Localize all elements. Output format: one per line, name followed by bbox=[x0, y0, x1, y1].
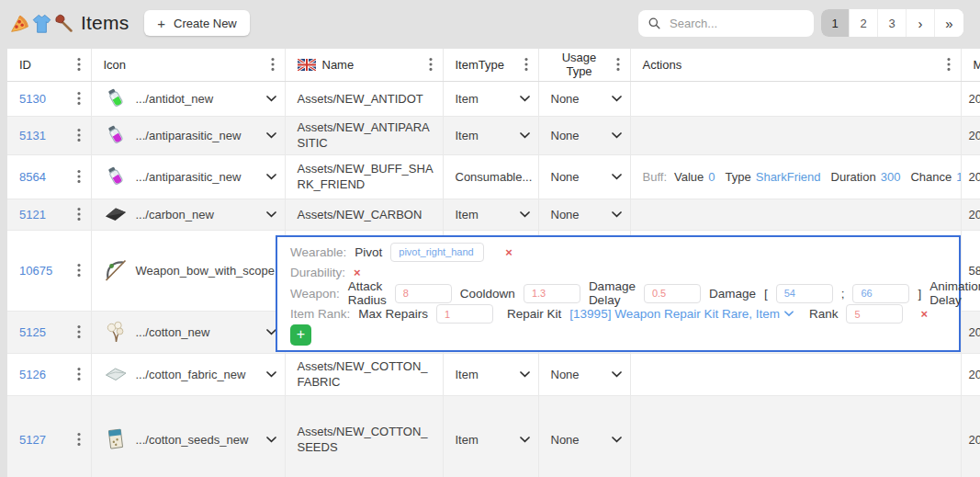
usage-type-select[interactable]: None bbox=[551, 129, 622, 142]
buff-field-value[interactable]: 100 bbox=[956, 170, 961, 184]
item-type-select[interactable]: Item bbox=[456, 368, 530, 381]
chevron-down-icon[interactable] bbox=[266, 371, 276, 378]
item-id-link[interactable]: 5125 bbox=[19, 325, 46, 339]
buff-field-value[interactable]: SharkFriend bbox=[756, 170, 821, 184]
item-id-link[interactable]: 8564 bbox=[19, 170, 46, 184]
row-menu-icon[interactable] bbox=[75, 167, 83, 186]
column-menu-icon[interactable] bbox=[427, 55, 434, 74]
name-cell[interactable]: Assets/NEW_COTTON_FABRIC bbox=[285, 353, 443, 395]
repair-kit-link[interactable]: [13995] Weapon Repair Kit Rare, Item bbox=[569, 307, 794, 321]
tshirt-icon bbox=[31, 13, 52, 34]
column-header-itemType[interactable]: ItemType bbox=[443, 49, 538, 81]
cooldown-input[interactable] bbox=[524, 284, 580, 303]
row-menu-icon[interactable] bbox=[75, 89, 83, 108]
create-new-button[interactable]: + Create New bbox=[144, 10, 249, 36]
usage-type-select[interactable]: None bbox=[551, 92, 622, 106]
remove-durability-icon[interactable]: × bbox=[354, 267, 361, 278]
pagination-page-1[interactable]: 1 bbox=[821, 9, 850, 37]
damage-delay-input[interactable] bbox=[644, 284, 701, 303]
item-id-link[interactable]: 5127 bbox=[19, 433, 46, 447]
item-type-select[interactable]: Item bbox=[456, 433, 530, 447]
column-header-name[interactable]: Name bbox=[285, 49, 443, 81]
row-menu-icon[interactable] bbox=[75, 430, 83, 449]
item-id-link[interactable]: 5121 bbox=[19, 208, 46, 221]
icon-cell[interactable]: .../cotton_fabric_new bbox=[91, 353, 285, 395]
panel-footer-row: + bbox=[290, 324, 946, 346]
item-type-select-cell: Item bbox=[443, 199, 538, 230]
row-menu-icon[interactable] bbox=[75, 261, 83, 279]
item-type-select-cell: Item bbox=[443, 81, 538, 116]
max-cell: 20 bbox=[961, 116, 980, 154]
rank-input[interactable] bbox=[846, 304, 903, 324]
icon-cell[interactable]: .../carbon_new bbox=[91, 199, 285, 230]
name-cell[interactable]: Assets/NEW_BUFF_SHARK_FRIEND bbox=[285, 154, 443, 199]
add-property-button[interactable]: + bbox=[290, 324, 311, 346]
name-cell[interactable]: Assets/NEW_CARBON bbox=[285, 199, 443, 230]
name-cell[interactable]: Assets/NEW_COTTON_SEEDS bbox=[285, 395, 443, 477]
item-id-link[interactable]: 5126 bbox=[19, 368, 46, 381]
damage-max-input[interactable] bbox=[852, 284, 909, 303]
search-box[interactable] bbox=[638, 10, 814, 37]
column-menu-icon[interactable] bbox=[945, 55, 952, 74]
buff-field-value[interactable]: 300 bbox=[881, 170, 901, 184]
column-header-actions[interactable]: Actions bbox=[630, 49, 961, 81]
max-repairs-input[interactable] bbox=[436, 304, 493, 324]
icon-cell[interactable]: .../cotton_new bbox=[91, 311, 285, 353]
column-header-usageType[interactable]: Usage Type bbox=[538, 49, 630, 81]
pivot-input[interactable] bbox=[390, 243, 484, 262]
item-type-select[interactable]: Item bbox=[456, 208, 530, 221]
attack-radius-input[interactable] bbox=[395, 284, 452, 303]
row-menu-icon[interactable] bbox=[75, 323, 83, 341]
remove-item-rank-icon[interactable]: × bbox=[920, 308, 928, 320]
icon-cell[interactable]: Weapon_bow_with_scope bbox=[91, 230, 285, 311]
item-type-select[interactable]: Item bbox=[456, 92, 530, 106]
item-type-select[interactable]: Consumable... bbox=[456, 170, 530, 184]
id-cell: 10675 bbox=[7, 230, 91, 311]
row-menu-icon[interactable] bbox=[75, 365, 83, 383]
column-header-icon[interactable]: Icon bbox=[91, 49, 285, 81]
column-menu-icon[interactable] bbox=[614, 55, 622, 74]
search-icon bbox=[648, 17, 660, 30]
remove-wearable-icon[interactable]: × bbox=[505, 246, 513, 258]
max-value: 20 bbox=[969, 170, 980, 184]
pagination-nav-button[interactable]: » bbox=[935, 9, 963, 37]
chevron-down-icon[interactable] bbox=[266, 437, 276, 443]
chevron-down-icon[interactable] bbox=[266, 96, 276, 102]
chevron-down-icon[interactable] bbox=[266, 132, 276, 139]
column-menu-icon[interactable] bbox=[523, 55, 530, 74]
chevron-down-icon[interactable] bbox=[266, 329, 276, 335]
icon-cell[interactable]: .../antiparasitic_new bbox=[91, 154, 285, 199]
pagination-page-2[interactable]: 2 bbox=[850, 9, 878, 37]
buff-field-value[interactable]: 0 bbox=[708, 170, 715, 184]
column-menu-icon[interactable] bbox=[75, 55, 83, 74]
id-cell: 5130 bbox=[7, 81, 91, 116]
column-menu-icon[interactable] bbox=[269, 55, 276, 74]
icon-cell[interactable]: .../antiparasitic_new bbox=[91, 116, 285, 154]
usage-type-select[interactable]: None bbox=[551, 433, 622, 447]
usage-type-select[interactable]: None bbox=[551, 368, 622, 381]
usage-type-select-cell: None bbox=[538, 395, 630, 477]
column-header-id[interactable]: ID bbox=[7, 49, 91, 81]
icon-cell[interactable]: .../antidot_new bbox=[91, 81, 285, 116]
id-cell: 8564 bbox=[7, 154, 91, 199]
name-cell[interactable]: Assets/NEW_ANTIDOT bbox=[285, 81, 443, 116]
usage-type-select[interactable]: None bbox=[551, 170, 622, 184]
item-id-link[interactable]: 5131 bbox=[19, 129, 46, 142]
item-id-link[interactable]: 10675 bbox=[19, 264, 52, 278]
name-cell[interactable]: Assets/NEW_ANTIPARASITIC bbox=[285, 116, 443, 154]
pagination-nav-button[interactable]: › bbox=[907, 9, 935, 37]
icon-cell[interactable]: .../cotton_seeds_new bbox=[91, 395, 285, 477]
item-type-select-cell: Item bbox=[443, 353, 538, 395]
chevron-down-icon[interactable] bbox=[266, 211, 276, 218]
asset-name: Assets/NEW_COTTON_FABRIC bbox=[298, 359, 428, 389]
row-menu-icon[interactable] bbox=[75, 205, 83, 223]
column-header-max[interactable]: Ma bbox=[961, 49, 980, 81]
damage-min-input[interactable] bbox=[776, 284, 833, 303]
item-type-select[interactable]: Item bbox=[456, 129, 530, 142]
search-input[interactable] bbox=[668, 16, 804, 31]
item-id-link[interactable]: 5130 bbox=[19, 92, 46, 106]
usage-type-select[interactable]: None bbox=[551, 208, 622, 221]
chevron-down-icon[interactable] bbox=[266, 174, 276, 180]
row-menu-icon[interactable] bbox=[75, 126, 83, 144]
pagination-page-3[interactable]: 3 bbox=[878, 9, 907, 37]
